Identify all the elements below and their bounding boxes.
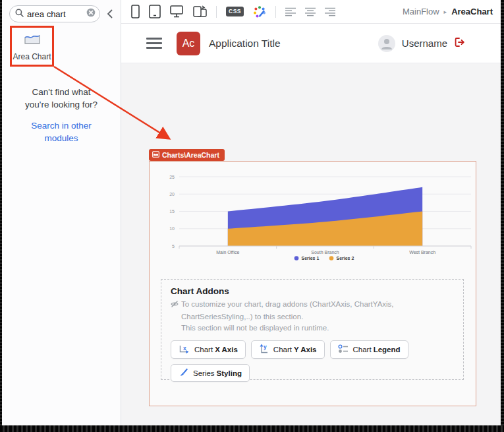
area-chart-icon <box>23 32 42 49</box>
addon-buttons: x ChartX Axis y ChartY Axis <box>171 340 454 382</box>
editor-main: CSS <box>121 0 501 425</box>
user-area: Username <box>378 35 465 52</box>
svg-text:Main Office: Main Office <box>216 250 239 255</box>
svg-text:West Branch: West Branch <box>409 250 435 255</box>
search-box[interactable] <box>9 5 100 22</box>
toolbox-item-area-chart[interactable]: Area Chart <box>10 26 54 67</box>
brush-icon <box>179 367 188 379</box>
addons-description: To customize your chart, drag addons (Ch… <box>171 299 454 334</box>
screen-edge <box>0 425 504 432</box>
svg-text:25: 25 <box>169 175 175 179</box>
screen-edge <box>501 0 504 432</box>
search-other-modules-link[interactable]: Search in other modules <box>2 119 121 144</box>
svg-text:15: 15 <box>169 209 175 214</box>
design-toolbar: CSS <box>121 0 501 24</box>
breadcrumb-separator-icon: ▸ <box>444 9 447 15</box>
chart-legend-button[interactable]: ChartLegend <box>330 340 408 359</box>
app-logo[interactable]: Ac <box>177 32 200 55</box>
svg-text:x: x <box>183 345 186 352</box>
design-canvas[interactable]: Charts\AreaChart 510152025Main OfficeSou… <box>121 63 501 425</box>
toolbox-item-label: Area Chart <box>13 52 51 61</box>
tablet-preview-icon[interactable] <box>149 5 161 18</box>
svg-text:y: y <box>264 344 267 350</box>
svg-text:Series 2: Series 2 <box>337 256 354 261</box>
svg-text:5: 5 <box>172 244 175 249</box>
phone-preview-icon[interactable] <box>131 5 140 18</box>
breadcrumb-current[interactable]: AreaChart <box>451 7 493 16</box>
svg-text:20: 20 <box>169 192 175 197</box>
toolbar-divider <box>275 6 276 18</box>
widget-tag[interactable]: Charts\AreaChart <box>149 149 225 161</box>
widget-tag-label: Charts\AreaChart <box>162 151 219 159</box>
x-axis-icon: x <box>179 344 190 355</box>
chart-x-axis-button[interactable]: x ChartX Axis <box>171 340 246 359</box>
screenshot-stage: Area Chart Can't find what you're lookin… <box>0 0 504 432</box>
svg-text:10: 10 <box>169 226 175 231</box>
chart-addons-section: Chart Addons To customize your chart, dr… <box>161 279 464 380</box>
app-title-text: Application Title <box>209 38 281 49</box>
toolbar-divider <box>216 6 217 18</box>
page-header-widget[interactable]: Ac Application Title Username <box>121 24 501 63</box>
clear-search-icon[interactable] <box>86 8 96 20</box>
series-styling-button[interactable]: SeriesStyling <box>171 364 250 382</box>
search-icon <box>15 8 24 20</box>
search-row <box>2 0 121 22</box>
username-text: Username <box>402 38 447 49</box>
svg-text:South Branch: South Branch <box>311 250 339 255</box>
area-chart-svg: 510152025Main OfficeSouth BranchWest Bra… <box>150 162 476 269</box>
chart-y-axis-button[interactable]: y ChartY Axis <box>251 340 325 359</box>
addons-title: Chart Addons <box>171 286 454 296</box>
eye-off-icon <box>171 300 179 311</box>
desktop-preview-icon[interactable] <box>170 5 183 18</box>
collapse-sidebar-icon[interactable] <box>107 9 113 18</box>
align-right-icon[interactable] <box>325 7 335 16</box>
align-left-icon[interactable] <box>285 7 296 16</box>
app-window: Area Chart Can't find what you're lookin… <box>2 0 501 425</box>
search-hint-text: Can't find what you're looking for? <box>2 86 121 111</box>
legend-icon <box>338 344 349 355</box>
theme-palette-icon[interactable] <box>253 5 266 18</box>
rotate-device-icon[interactable] <box>192 5 207 18</box>
breadcrumb: MainFlow ▸ AreaChart <box>403 7 494 16</box>
screen-edge <box>0 0 2 432</box>
y-axis-icon: y <box>259 344 269 355</box>
css-editor-icon[interactable]: CSS <box>226 7 244 16</box>
chart-plot: 510152025Main OfficeSouth BranchWest Bra… <box>150 162 476 269</box>
search-input[interactable] <box>27 9 83 19</box>
align-center-icon[interactable] <box>305 7 316 16</box>
toolbox-sidebar: Area Chart Can't find what you're lookin… <box>2 0 121 425</box>
tag-area-chart-icon <box>152 151 159 159</box>
breadcrumb-parent[interactable]: MainFlow <box>403 7 439 16</box>
area-chart-widget[interactable]: Charts\AreaChart 510152025Main OfficeSou… <box>149 161 476 406</box>
svg-text:Series 1: Series 1 <box>302 256 320 261</box>
menu-icon[interactable] <box>146 38 162 49</box>
avatar[interactable] <box>378 35 395 52</box>
logout-icon[interactable] <box>454 37 465 50</box>
